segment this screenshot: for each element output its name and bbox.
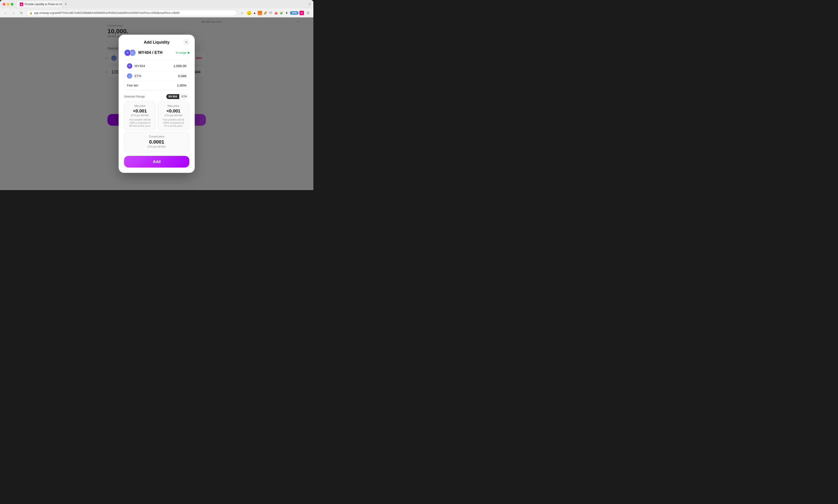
url-text: app.uniswap.org/add/ETH/0x18E7e3b02286bB… [34, 12, 179, 15]
eth-row-icon: Ξ [127, 73, 132, 79]
token-pair-name: MY404 / ETH [138, 50, 163, 55]
max-price-label: Max price [160, 104, 186, 108]
eth-row: Ξ ETH 0.046 [127, 71, 186, 81]
max-price-card: Max price <0.001 ETH per MY404 Your posi… [158, 102, 189, 130]
range-toggle-my404[interactable]: MY404 [166, 94, 179, 99]
current-price-value: 0.0001 [127, 139, 186, 145]
range-header: Selected Range MY404 ETH [124, 94, 189, 99]
fee-tier-row: Fee tier 1.00% [127, 81, 186, 90]
close-traffic-light[interactable] [3, 3, 5, 5]
min-price-desc: Your position will be 100% composed of M… [127, 118, 153, 128]
token-amounts-section: M MY404 1,000.00 Ξ ETH 0.046 [124, 60, 189, 91]
notification-extension[interactable]: 🔔 [247, 11, 251, 15]
forward-button[interactable]: › [10, 10, 17, 16]
min-price-card: Min price <0.001 ETH per MY404 Your posi… [124, 102, 156, 130]
my404-row-icon: M [127, 63, 132, 69]
tab-title: Provide Liquidity to Pools on Un [24, 3, 62, 6]
metamask-extension[interactable]: 🦊 [258, 11, 262, 15]
modal-header: Add Liquidity × [124, 40, 189, 45]
my404-row: M MY404 1,000.00 [127, 61, 186, 71]
range-dot [188, 52, 189, 54]
shield-extension[interactable]: 🛡 [268, 11, 273, 15]
range-section: Selected Range MY404 ETH Min price <0.00… [124, 94, 189, 168]
my404-row-amount: 1,000.00 [173, 64, 186, 68]
bookmark-button[interactable]: ☆ [239, 10, 245, 16]
maximize-traffic-light[interactable] [11, 3, 14, 5]
modal-close-button[interactable]: × [183, 39, 189, 46]
selected-range-label: Selected Range [124, 95, 145, 98]
eth-row-amount: 0.046 [178, 74, 186, 78]
reload-button[interactable]: ↻ [18, 10, 24, 16]
current-price-label: Current price [127, 135, 186, 138]
range-toggle: MY404 ETH [166, 94, 189, 99]
eth-row-left: Ξ ETH [127, 73, 141, 79]
modal-title: Add Liquidity [144, 40, 170, 45]
wallet-extension[interactable]: 👛 [274, 11, 278, 15]
rainbow-extension[interactable]: 🌈 [263, 11, 268, 15]
fee-tier-value: 1.00% [177, 84, 186, 87]
current-price-unit: ETH per MY404 [127, 145, 186, 148]
max-price-value: <0.001 [160, 108, 186, 113]
modal-overlay: Add Liquidity × M Ξ M [0, 17, 313, 190]
in-range-badge: In range [176, 51, 189, 54]
address-bar[interactable]: 🔒 app.uniswap.org/add/ETH/0x18E7e3b02286… [27, 10, 237, 16]
lock-icon: 🔒 [29, 12, 33, 15]
min-price-label: Min price [127, 104, 153, 108]
vpn-extension[interactable]: VPN [290, 11, 298, 15]
price-cards: Min price <0.001 ETH per MY404 Your posi… [124, 102, 189, 130]
menu-button[interactable]: ☰ [305, 10, 311, 16]
my404-row-left: M MY404 [127, 63, 145, 69]
token-icons: M Ξ [124, 49, 136, 56]
eth-row-name: ETH [135, 74, 141, 78]
in-range-text: In range [176, 51, 186, 54]
my404-row-name: MY404 [135, 64, 145, 68]
token-pair-info: M Ξ MY404 / ETH [124, 49, 163, 56]
min-price-value: <0.001 [127, 108, 153, 113]
download-extension[interactable]: ⬇ [285, 11, 289, 15]
my404-icon: M [124, 49, 131, 56]
token-pair-header: M Ξ MY404 / ETH In range [124, 49, 189, 56]
max-price-desc: Your position will be 100% composed of E… [160, 118, 186, 128]
add-button[interactable]: Add [124, 156, 189, 167]
current-price-card: Current price 0.0001 ETH per MY404 [124, 132, 189, 152]
back-button[interactable]: ‹ [2, 10, 8, 16]
fee-tier-label: Fee tier [127, 84, 138, 87]
browser-tab[interactable]: 🦄 Provide Liquidity to Pools on Un × [17, 1, 62, 7]
uniswap-extension[interactable]: U [300, 11, 304, 15]
max-price-unit: ETH per MY404 [160, 114, 186, 117]
min-price-unit: ETH per MY404 [127, 114, 153, 117]
new-tab-button[interactable]: + [63, 1, 69, 7]
tab-favicon: 🦄 [20, 2, 23, 6]
minimize-traffic-light[interactable] [7, 3, 10, 5]
range-toggle-eth[interactable]: ETH [179, 94, 189, 99]
puzzle-extension[interactable]: 🧩 [279, 11, 284, 15]
add-liquidity-modal: Add Liquidity × M Ξ M [119, 35, 195, 173]
triangle-extension[interactable]: ▲ [252, 11, 257, 15]
window-collapse-button[interactable]: ▽ [309, 3, 311, 6]
